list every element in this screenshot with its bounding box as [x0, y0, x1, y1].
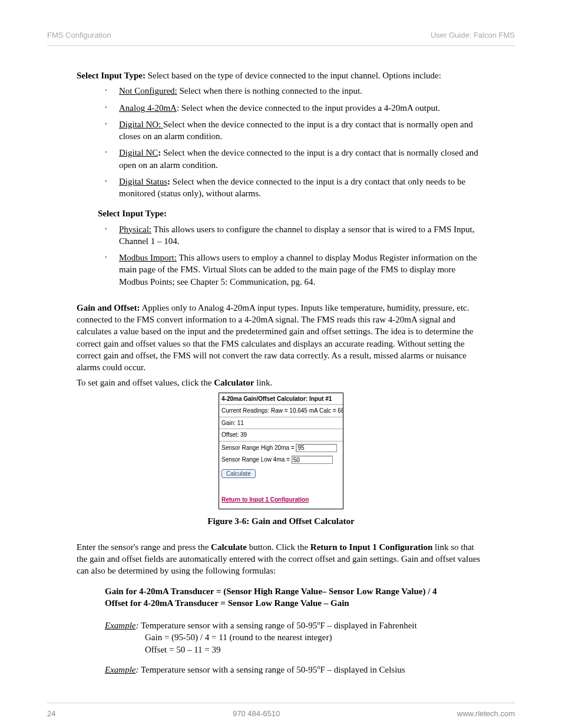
list-item: Not Configured: Select when there is not…: [105, 85, 485, 97]
option-name: Physical:: [119, 225, 151, 234]
text: To set gain and offset values, click the: [77, 378, 214, 387]
option-desc: Select when there is nothing connected t…: [177, 86, 362, 95]
formula-offset: Offset for 4-20mA Transducer = Sensor Lo…: [105, 597, 485, 609]
sensor-high-input[interactable]: [296, 444, 337, 452]
option-desc: This allows users to configure the chann…: [119, 225, 474, 246]
colon: :: [158, 148, 163, 157]
example-1-line-2: Gain = (95-50) / 4 = 11 (round to the ne…: [145, 631, 485, 643]
example-2: Example: Temperature sensor with a sensi…: [105, 664, 485, 676]
option-desc: : Select when the device connected to th…: [177, 103, 440, 113]
option-name: Digital NC: [119, 148, 158, 157]
label: Select Input Type:: [77, 71, 146, 80]
footer-url: www.rletech.com: [457, 709, 515, 718]
select-input-type-heading-2: Select Input Type:: [98, 207, 485, 219]
example-1-line-3: Offset = 50 – 11 = 39: [145, 644, 485, 655]
text: Temperature sensor with a sensing range …: [138, 665, 317, 674]
option-name: Digital Status: [119, 177, 167, 186]
example-label: Example: [105, 665, 135, 674]
option-name: Not Configured:: [119, 86, 177, 95]
calc-title: 4-20ma Gain/Offset Calculator: Input #1: [219, 393, 343, 406]
calculate-word: Calculate: [211, 542, 247, 552]
input-type-options-list-2: Physical: This allows users to configure…: [77, 223, 485, 288]
label: Sensor Range High 20ma =: [222, 444, 296, 451]
page-header: FMS Configuration User Guide: Falcon FMS: [47, 31, 515, 46]
gain-offset-paragraph: Gain and Offset: Applies only to Analog …: [77, 302, 485, 374]
figure-caption: Figure 3-6: Gain and Offset Calculator: [77, 515, 485, 527]
calc-gain: Gain: 11: [219, 417, 343, 430]
text: button. Click the: [247, 542, 310, 552]
calc-readings: Current Readings: Raw = 10.645 mA Calc =…: [219, 405, 343, 417]
body-content: Select Input Type: Select based on the t…: [47, 70, 515, 676]
text: Temperature sensor with a sensing range …: [138, 621, 317, 630]
input-type-options-list: Not Configured: Select when there is not…: [77, 85, 485, 199]
label: Gain and Offset:: [77, 303, 140, 312]
colon: :: [167, 177, 173, 186]
header-left: FMS Configuration: [47, 31, 111, 39]
calc-high-row: Sensor Range High 20ma =: [219, 442, 343, 453]
header-right: User Guide: Falcon FMS: [431, 31, 515, 39]
document-page: FMS Configuration User Guide: Falcon FMS…: [0, 0, 562, 728]
option-desc: Select when the device connected to the …: [119, 120, 473, 141]
list-item: Digital NO: Select when the device conne…: [105, 118, 485, 143]
calculator-link-paragraph: To set gain and offset values, click the…: [77, 377, 485, 388]
calculate-button[interactable]: Calculate: [222, 469, 256, 478]
list-item: Digital NC: Select when the device conne…: [105, 147, 485, 171]
list-item: Physical: This allows users to configure…: [105, 223, 485, 248]
formula-gain: Gain for 4-20mA Transducer = (Sensor Hig…: [105, 585, 485, 597]
calc-offset: Offset: 39: [219, 429, 343, 442]
calculate-instruction-paragraph: Enter the sensor's range and press the C…: [77, 541, 485, 577]
formula-block: Gain for 4-20mA Transducer = (Sensor Hig…: [105, 585, 485, 610]
label: Sensor Range Low 4ma =: [222, 456, 292, 463]
example-1-line-1: Example: Temperature sensor with a sensi…: [105, 620, 485, 631]
select-input-type-intro: Select Input Type: Select based on the t…: [77, 70, 485, 81]
sensor-low-input[interactable]: [292, 456, 333, 464]
text: Applies only to Analog 4-20mA input type…: [77, 303, 473, 372]
list-item: Analog 4-20mA: Select when the device co…: [105, 102, 485, 114]
option-desc: Select when the device connected to the …: [119, 148, 478, 169]
option-name: Modbus Import:: [119, 253, 177, 262]
text: F – displayed in Celsius: [320, 665, 405, 674]
calculator-word: Calculator: [214, 378, 254, 387]
calc-low-row: Sensor Range Low 4ma =: [219, 453, 343, 465]
example-1: Example: Temperature sensor with a sensi…: [105, 620, 485, 655]
text: link.: [254, 378, 273, 387]
text: Enter the sensor's range and press the: [77, 542, 211, 552]
calculator-screenshot: 4-20ma Gain/Offset Calculator: Input #1 …: [219, 393, 343, 509]
list-item: Modbus Import: This allows users to empl…: [105, 252, 485, 288]
text: F – displayed in Fahrenheit: [320, 621, 417, 630]
page-number: 24: [47, 709, 55, 718]
list-item: Digital Status: Select when the device c…: [105, 176, 485, 200]
example-label: Example: [105, 621, 135, 630]
return-config-phrase: Return to Input 1 Configuration: [310, 542, 433, 552]
return-link[interactable]: Return to Input 1 Configuration: [219, 479, 343, 505]
option-name: Digital NO:: [119, 120, 163, 129]
calc-button-row: Calculate: [219, 465, 343, 479]
text: Select based on the type of device conne…: [146, 71, 441, 80]
page-footer: 24 970 484-6510 www.rletech.com: [47, 703, 515, 718]
footer-phone: 970 484-6510: [233, 709, 280, 718]
option-name: Analog 4-20mA: [119, 103, 177, 113]
example-2-line-1: Example: Temperature sensor with a sensi…: [105, 664, 485, 676]
